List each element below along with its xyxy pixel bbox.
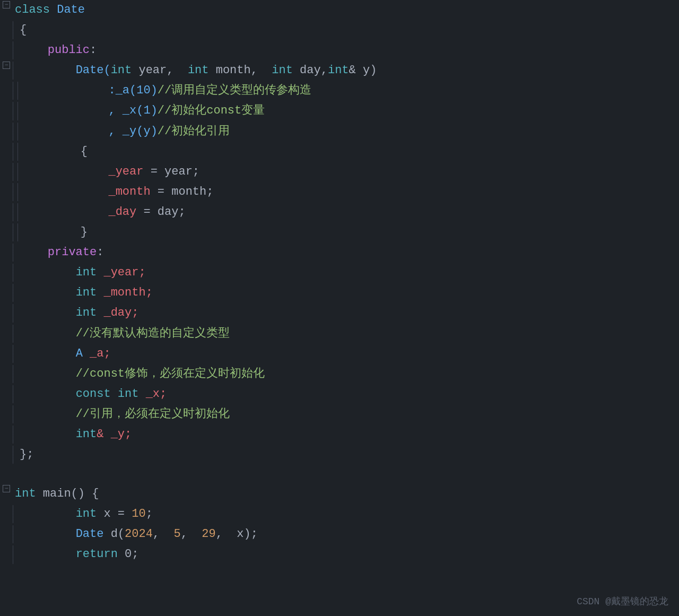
token: //没有默认构造的自定义类型 xyxy=(76,327,230,340)
code-line-4: − Date(int year, int month, int day,int&… xyxy=(0,60,679,81)
vertical-guide xyxy=(13,244,13,262)
line-code-2: { xyxy=(18,21,679,39)
vertical-guide xyxy=(18,82,18,100)
collapse-btn-25[interactable]: − xyxy=(3,485,10,492)
token: //初始化const变量 xyxy=(158,104,265,117)
vertical-guide xyxy=(18,143,18,161)
vertical-guide xyxy=(13,545,13,563)
token: _x; xyxy=(138,387,167,401)
code-line-12: } xyxy=(0,222,679,242)
token: 0; xyxy=(118,548,139,561)
token: :_a(10) xyxy=(108,84,157,97)
vertical-guide xyxy=(13,203,13,221)
code-line-24 xyxy=(0,465,679,484)
token: //初始化引用 xyxy=(158,125,230,138)
token: { xyxy=(81,145,88,158)
vertical-guide xyxy=(13,41,13,59)
code-line-7: , _y(y)//初始化引用 xyxy=(0,122,679,142)
line-code-4: Date(int year, int month, int day,int& y… xyxy=(18,62,679,80)
vertical-guide xyxy=(13,223,13,241)
line-code-17: //没有默认构造的自定义类型 xyxy=(18,325,679,343)
token: month, xyxy=(208,64,272,77)
code-line-28: return 0; xyxy=(0,544,679,565)
token: , xyxy=(181,527,202,541)
line-code-14: int _year; xyxy=(18,264,679,282)
line-code-7: , _y(y)//初始化引用 xyxy=(22,123,679,141)
collapse-btn-4[interactable]: − xyxy=(3,62,10,69)
vertical-guide xyxy=(13,143,13,161)
token: _a; xyxy=(83,347,111,360)
token: private xyxy=(48,246,97,259)
vertical-guide xyxy=(13,525,13,543)
code-line-14: int _year; xyxy=(0,263,679,283)
token: x = xyxy=(97,507,132,520)
line-code-5: :_a(10)//调用自定义类型的传参构造 xyxy=(22,82,679,100)
token: , _y(y) xyxy=(108,125,157,138)
token: Date xyxy=(57,3,85,16)
code-line-1: −class Date xyxy=(0,0,679,20)
token: _month; xyxy=(97,286,153,299)
code-line-8: { xyxy=(0,142,679,162)
token: : xyxy=(97,246,103,259)
line-code-10: _month = month; xyxy=(22,183,679,201)
code-line-22: int& _y; xyxy=(0,424,679,445)
vertical-guide xyxy=(18,102,18,120)
vertical-guide xyxy=(13,405,13,423)
token: 2024 xyxy=(125,527,153,541)
token xyxy=(111,387,118,401)
vertical-guide xyxy=(13,304,13,322)
token: int xyxy=(188,64,209,77)
code-line-26: int x = 10; xyxy=(0,504,679,524)
token: //调用自定义类型的传参构造 xyxy=(158,84,311,97)
token: , x); xyxy=(216,527,258,541)
token: main() { xyxy=(36,487,99,500)
code-line-11: _day = day; xyxy=(0,202,679,222)
line-code-13: private: xyxy=(18,244,679,262)
gutter-4[interactable]: − xyxy=(0,62,13,69)
token: 29 xyxy=(202,527,215,541)
vertical-guide xyxy=(18,123,18,141)
token: int xyxy=(118,387,139,401)
token: return xyxy=(76,548,118,561)
vertical-guide xyxy=(13,62,13,80)
token: Date xyxy=(76,527,104,541)
token: int xyxy=(76,266,97,279)
token: 5 xyxy=(173,527,180,541)
line-code-18: A _a; xyxy=(18,345,679,363)
token: int xyxy=(76,428,97,441)
code-line-17: //没有默认构造的自定义类型 xyxy=(0,324,679,344)
token: int xyxy=(76,306,97,319)
vertical-guide xyxy=(13,284,13,302)
gutter-25[interactable]: − xyxy=(0,485,13,492)
token: , xyxy=(153,527,174,541)
vertical-guide xyxy=(13,163,13,181)
code-line-23: }; xyxy=(0,445,679,465)
vertical-guide xyxy=(13,505,13,523)
line-code-12: } xyxy=(22,223,679,241)
token: _day; xyxy=(97,306,138,319)
collapse-btn-1[interactable]: − xyxy=(3,1,10,8)
vertical-guide xyxy=(18,163,18,181)
code-line-6: , _x(1)//初始化const变量 xyxy=(0,101,679,121)
gutter-1[interactable]: − xyxy=(0,1,13,8)
token: day, xyxy=(293,64,328,77)
vertical-guide xyxy=(13,426,13,444)
token: , _x(1) xyxy=(108,104,157,117)
token: = year; xyxy=(143,165,199,178)
vertical-guide xyxy=(13,365,13,383)
line-code-6: , _x(1)//初始化const变量 xyxy=(22,102,679,120)
token: //const修饰，必须在定义时初始化 xyxy=(76,367,265,380)
token: int xyxy=(76,286,97,299)
token: } xyxy=(81,225,88,239)
token: _month xyxy=(108,185,150,198)
code-line-15: int _month; xyxy=(0,283,679,303)
line-code-20: const int _x; xyxy=(18,385,679,403)
line-code-11: _day = day; xyxy=(22,203,679,221)
code-line-5: :_a(10)//调用自定义类型的传参构造 xyxy=(0,81,679,101)
vertical-guide xyxy=(13,385,13,403)
vertical-guide xyxy=(18,203,18,221)
token: class xyxy=(15,3,57,16)
line-code-25: int main() { xyxy=(13,485,679,503)
line-code-8: { xyxy=(22,143,679,161)
code-line-18: A _a; xyxy=(0,344,679,364)
